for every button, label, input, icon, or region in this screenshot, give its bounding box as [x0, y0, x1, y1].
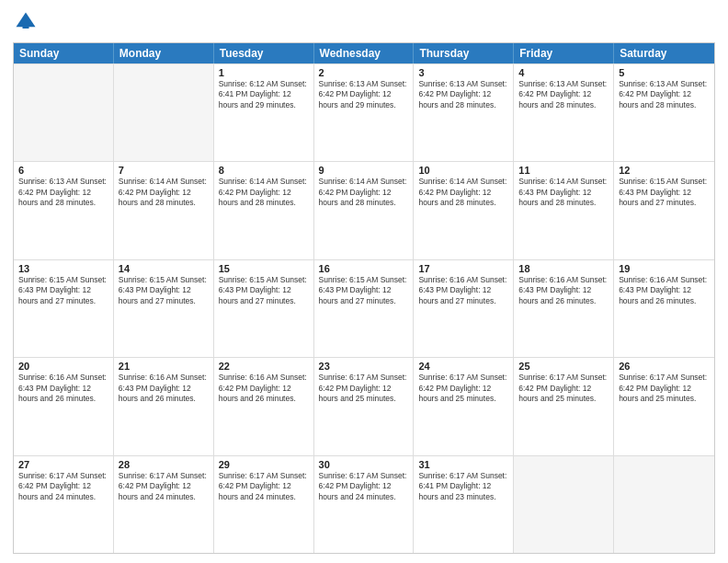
calendar-cell-3-6: 26Sunrise: 6:17 AM Sunset: 6:42 PM Dayli… [614, 358, 714, 454]
day-number: 30 [319, 459, 409, 470]
calendar-cell-3-3: 23Sunrise: 6:17 AM Sunset: 6:42 PM Dayli… [314, 358, 415, 454]
day-info: Sunrise: 6:14 AM Sunset: 6:42 PM Dayligh… [418, 177, 508, 208]
calendar-cell-0-3: 2Sunrise: 6:13 AM Sunset: 6:42 PM Daylig… [314, 64, 415, 161]
day-info: Sunrise: 6:13 AM Sunset: 6:42 PM Dayligh… [319, 79, 409, 110]
calendar-cell-4-5 [514, 456, 614, 553]
calendar-cell-1-6: 12Sunrise: 6:15 AM Sunset: 6:43 PM Dayli… [614, 162, 714, 259]
day-number: 12 [619, 165, 710, 176]
calendar-cell-1-1: 7Sunrise: 6:14 AM Sunset: 6:42 PM Daylig… [114, 162, 214, 259]
calendar-cell-3-1: 21Sunrise: 6:16 AM Sunset: 6:43 PM Dayli… [114, 358, 214, 454]
day-info: Sunrise: 6:13 AM Sunset: 6:42 PM Dayligh… [418, 79, 508, 110]
day-number: 20 [18, 361, 108, 372]
day-number: 25 [518, 361, 609, 372]
calendar-cell-0-5: 4Sunrise: 6:13 AM Sunset: 6:42 PM Daylig… [514, 64, 614, 161]
day-info: Sunrise: 6:13 AM Sunset: 6:42 PM Dayligh… [518, 79, 609, 110]
day-info: Sunrise: 6:17 AM Sunset: 6:42 PM Dayligh… [418, 373, 508, 404]
day-info: Sunrise: 6:13 AM Sunset: 6:42 PM Dayligh… [18, 177, 108, 208]
calendar-cell-1-4: 10Sunrise: 6:14 AM Sunset: 6:42 PM Dayli… [414, 162, 514, 259]
day-info: Sunrise: 6:16 AM Sunset: 6:42 PM Dayligh… [219, 373, 309, 404]
day-info: Sunrise: 6:12 AM Sunset: 6:41 PM Dayligh… [219, 79, 309, 110]
day-number: 6 [18, 165, 108, 176]
day-number: 2 [319, 67, 409, 78]
calendar-cell-1-2: 8Sunrise: 6:14 AM Sunset: 6:42 PM Daylig… [214, 162, 314, 259]
logo [13, 9, 42, 35]
calendar-cell-4-2: 29Sunrise: 6:17 AM Sunset: 6:42 PM Dayli… [214, 456, 314, 553]
calendar-row-0: 1Sunrise: 6:12 AM Sunset: 6:41 PM Daylig… [14, 63, 714, 161]
day-info: Sunrise: 6:17 AM Sunset: 6:42 PM Dayligh… [219, 471, 309, 502]
day-info: Sunrise: 6:17 AM Sunset: 6:42 PM Dayligh… [319, 373, 409, 404]
day-number: 24 [418, 361, 508, 372]
day-number: 31 [418, 459, 508, 470]
calendar-cell-2-2: 15Sunrise: 6:15 AM Sunset: 6:43 PM Dayli… [214, 260, 314, 357]
day-info: Sunrise: 6:17 AM Sunset: 6:42 PM Dayligh… [319, 471, 409, 502]
day-info: Sunrise: 6:17 AM Sunset: 6:41 PM Dayligh… [418, 471, 508, 502]
day-number: 16 [319, 263, 409, 274]
day-info: Sunrise: 6:16 AM Sunset: 6:43 PM Dayligh… [119, 373, 209, 404]
day-info: Sunrise: 6:15 AM Sunset: 6:43 PM Dayligh… [219, 275, 309, 306]
day-number: 10 [418, 165, 508, 176]
day-number: 29 [219, 459, 309, 470]
day-number: 17 [418, 263, 508, 274]
day-info: Sunrise: 6:16 AM Sunset: 6:43 PM Dayligh… [619, 275, 710, 306]
calendar-cell-4-4: 31Sunrise: 6:17 AM Sunset: 6:41 PM Dayli… [414, 456, 514, 553]
day-number: 18 [518, 263, 609, 274]
day-number: 1 [219, 67, 309, 78]
calendar-cell-3-4: 24Sunrise: 6:17 AM Sunset: 6:42 PM Dayli… [414, 358, 514, 454]
day-number: 15 [219, 263, 309, 274]
calendar-row-3: 20Sunrise: 6:16 AM Sunset: 6:43 PM Dayli… [14, 357, 714, 454]
calendar-row-4: 27Sunrise: 6:17 AM Sunset: 6:42 PM Dayli… [14, 455, 714, 553]
day-number: 4 [518, 67, 609, 78]
calendar-cell-4-1: 28Sunrise: 6:17 AM Sunset: 6:42 PM Dayli… [114, 456, 214, 553]
calendar-cell-2-1: 14Sunrise: 6:15 AM Sunset: 6:43 PM Dayli… [114, 260, 214, 357]
day-info: Sunrise: 6:14 AM Sunset: 6:42 PM Dayligh… [119, 177, 209, 208]
day-number: 3 [418, 67, 508, 78]
calendar-cell-3-2: 22Sunrise: 6:16 AM Sunset: 6:42 PM Dayli… [214, 358, 314, 454]
day-number: 23 [319, 361, 409, 372]
day-info: Sunrise: 6:17 AM Sunset: 6:42 PM Dayligh… [619, 373, 710, 404]
day-info: Sunrise: 6:15 AM Sunset: 6:43 PM Dayligh… [119, 275, 209, 306]
calendar-row-2: 13Sunrise: 6:15 AM Sunset: 6:43 PM Dayli… [14, 259, 714, 357]
weekday-header-wednesday: Wednesday [314, 43, 415, 63]
calendar-cell-4-3: 30Sunrise: 6:17 AM Sunset: 6:42 PM Dayli… [314, 456, 415, 553]
day-info: Sunrise: 6:17 AM Sunset: 6:42 PM Dayligh… [119, 471, 209, 502]
header [13, 9, 715, 35]
calendar-cell-3-5: 25Sunrise: 6:17 AM Sunset: 6:42 PM Dayli… [514, 358, 614, 454]
calendar-cell-1-3: 9Sunrise: 6:14 AM Sunset: 6:42 PM Daylig… [314, 162, 415, 259]
day-number: 13 [18, 263, 108, 274]
day-info: Sunrise: 6:16 AM Sunset: 6:43 PM Dayligh… [18, 373, 108, 404]
calendar-cell-0-4: 3Sunrise: 6:13 AM Sunset: 6:42 PM Daylig… [414, 64, 514, 161]
day-number: 8 [219, 165, 309, 176]
calendar-cell-2-4: 17Sunrise: 6:16 AM Sunset: 6:43 PM Dayli… [414, 260, 514, 357]
day-info: Sunrise: 6:13 AM Sunset: 6:42 PM Dayligh… [619, 79, 710, 110]
day-number: 28 [119, 459, 209, 470]
weekday-header-monday: Monday [114, 43, 214, 63]
calendar-body: 1Sunrise: 6:12 AM Sunset: 6:41 PM Daylig… [14, 63, 714, 553]
day-number: 7 [119, 165, 209, 176]
day-info: Sunrise: 6:16 AM Sunset: 6:43 PM Dayligh… [418, 275, 508, 306]
calendar-cell-3-0: 20Sunrise: 6:16 AM Sunset: 6:43 PM Dayli… [14, 358, 114, 454]
day-number: 19 [619, 263, 710, 274]
calendar-header: SundayMondayTuesdayWednesdayThursdayFrid… [14, 43, 714, 63]
day-info: Sunrise: 6:14 AM Sunset: 6:42 PM Dayligh… [219, 177, 309, 208]
day-number: 21 [119, 361, 209, 372]
calendar-cell-2-0: 13Sunrise: 6:15 AM Sunset: 6:43 PM Dayli… [14, 260, 114, 357]
weekday-header-tuesday: Tuesday [214, 43, 314, 63]
day-number: 27 [18, 459, 108, 470]
calendar-cell-0-1 [114, 64, 214, 161]
calendar-cell-0-6: 5Sunrise: 6:13 AM Sunset: 6:42 PM Daylig… [614, 64, 714, 161]
logo-icon [13, 9, 39, 35]
day-info: Sunrise: 6:17 AM Sunset: 6:42 PM Dayligh… [518, 373, 609, 404]
day-info: Sunrise: 6:17 AM Sunset: 6:42 PM Dayligh… [18, 471, 108, 502]
day-number: 9 [319, 165, 409, 176]
day-info: Sunrise: 6:16 AM Sunset: 6:43 PM Dayligh… [518, 275, 609, 306]
day-info: Sunrise: 6:15 AM Sunset: 6:43 PM Dayligh… [319, 275, 409, 306]
day-info: Sunrise: 6:15 AM Sunset: 6:43 PM Dayligh… [619, 177, 710, 208]
day-info: Sunrise: 6:14 AM Sunset: 6:43 PM Dayligh… [518, 177, 609, 208]
calendar-cell-1-5: 11Sunrise: 6:14 AM Sunset: 6:43 PM Dayli… [514, 162, 614, 259]
weekday-header-sunday: Sunday [14, 43, 114, 63]
calendar-cell-2-3: 16Sunrise: 6:15 AM Sunset: 6:43 PM Dayli… [314, 260, 415, 357]
day-info: Sunrise: 6:14 AM Sunset: 6:42 PM Dayligh… [319, 177, 409, 208]
calendar-cell-2-6: 19Sunrise: 6:16 AM Sunset: 6:43 PM Dayli… [614, 260, 714, 357]
day-number: 26 [619, 361, 710, 372]
day-number: 5 [619, 67, 710, 78]
